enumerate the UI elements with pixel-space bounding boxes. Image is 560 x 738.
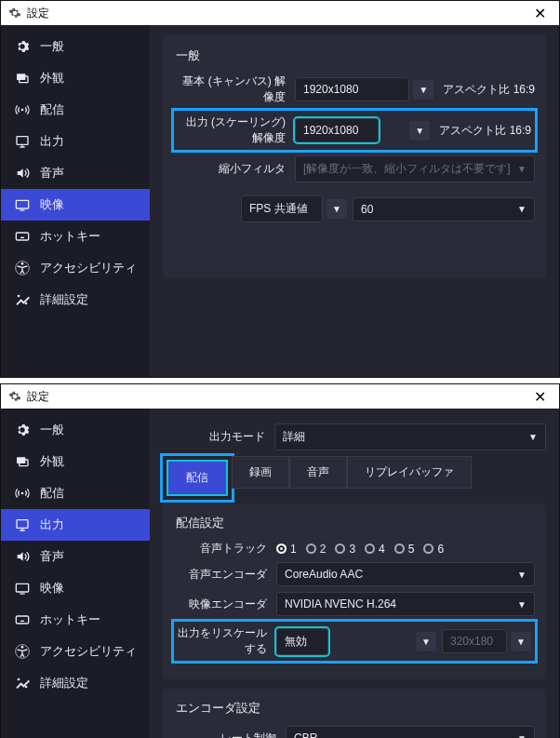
chevron-down-icon[interactable]: ▼ xyxy=(409,121,430,141)
output-mode-row: 出力モード 詳細▼ xyxy=(163,423,546,450)
audio-icon xyxy=(14,165,31,181)
sidebar: 一般外観配信出力音声映像ホットキーアクセシビリティ詳細設定 xyxy=(1,25,150,377)
stream-settings-title: 配信設定 xyxy=(176,515,535,531)
track-radio-1[interactable]: 1 xyxy=(276,543,297,556)
sidebar-item-general[interactable]: 一般 xyxy=(1,414,150,446)
audio-encoder-select[interactable]: CoreAudio AAC▼ xyxy=(276,562,535,586)
rescale-label: 出力をリスケールする xyxy=(178,625,276,657)
gear-icon xyxy=(8,7,21,20)
accessibility-icon xyxy=(14,260,31,276)
sidebar-item-label: 映像 xyxy=(40,580,64,597)
close-button[interactable]: ✕ xyxy=(528,388,552,406)
sidebar-item-advanced[interactable]: 詳細設定 xyxy=(1,667,150,699)
sidebar-item-label: 外観 xyxy=(40,70,64,87)
sidebar-item-label: 配信 xyxy=(40,101,64,118)
tab-record[interactable]: 録画 xyxy=(232,456,289,489)
video-encoder-label: 映像エンコーダ xyxy=(174,597,276,612)
settings-window-video: 設定 ✕ 一般外観配信出力音声映像ホットキーアクセシビリティ詳細設定 一般 基本… xyxy=(0,0,560,378)
svg-rect-14 xyxy=(16,584,28,592)
svg-rect-0 xyxy=(17,74,25,80)
base-resolution-row: 基本 (キャンバス) 解像度 1920x1080 ▼ アスペクト比 16:9 xyxy=(174,74,535,105)
sidebar-item-appearance[interactable]: 外観 xyxy=(1,446,150,477)
stream-icon xyxy=(14,485,31,502)
fps-value-select[interactable]: 60▼ xyxy=(353,197,535,221)
sidebar-item-label: 出力 xyxy=(40,133,64,150)
sidebar-item-output[interactable]: 出力 xyxy=(1,126,150,157)
audio-icon xyxy=(14,548,31,565)
track-radio-2[interactable]: 2 xyxy=(306,543,327,556)
sidebar-item-label: 詳細設定 xyxy=(40,675,88,691)
chevron-down-icon[interactable]: ▼ xyxy=(413,80,433,100)
track-radio-3[interactable]: 3 xyxy=(335,543,355,556)
close-button[interactable]: ✕ xyxy=(528,5,552,22)
svg-point-9 xyxy=(25,302,28,305)
rescale-dim-select[interactable]: 320x180 xyxy=(442,629,507,653)
chevron-down-icon[interactable]: ▼ xyxy=(511,632,531,651)
downscale-filter-select[interactable]: [解像度が一致、縮小フィルタは不要です]▼ xyxy=(295,155,535,182)
sidebar-item-label: アクセシビリティ xyxy=(40,643,137,660)
sidebar-item-label: 音声 xyxy=(40,165,64,181)
sidebar-item-appearance[interactable]: 外観 xyxy=(1,62,150,94)
base-resolution-label: 基本 (キャンバス) 解像度 xyxy=(174,74,295,105)
sidebar-item-label: ホットキー xyxy=(40,228,100,245)
titlebar: 設定 ✕ xyxy=(1,1,559,25)
sidebar-item-hotkeys[interactable]: ホットキー xyxy=(1,221,150,252)
video-encoder-select[interactable]: NVIDIA NVENC H.264▼ xyxy=(276,592,535,616)
hotkeys-icon xyxy=(14,228,31,245)
rate-control-label: レート制御 xyxy=(174,731,286,739)
sidebar-item-hotkeys[interactable]: ホットキー xyxy=(1,604,150,636)
sidebar-item-label: 映像 xyxy=(40,196,64,213)
sidebar-item-video[interactable]: 映像 xyxy=(1,189,150,221)
content-area: 出力モード 詳細▼ 配信 録画 音声 リプレイバッファ 配信設定 音声トラック … xyxy=(150,409,559,738)
sidebar-item-video[interactable]: 映像 xyxy=(1,572,150,604)
svg-point-6 xyxy=(21,262,24,265)
output-icon xyxy=(14,133,31,150)
section-title: 一般 xyxy=(176,47,535,64)
audio-encoder-label: 音声エンコーダ xyxy=(174,567,276,583)
base-aspect: アスペクト比 16:9 xyxy=(443,82,535,98)
sidebar-item-label: 外観 xyxy=(40,453,64,470)
tab-stream[interactable]: 配信 xyxy=(168,462,226,494)
tabs-highlight: 配信 xyxy=(163,456,232,500)
svg-point-18 xyxy=(18,678,20,681)
base-resolution-select[interactable]: 1920x1080 xyxy=(295,77,409,101)
accessibility-icon xyxy=(14,643,31,660)
sidebar-item-label: 一般 xyxy=(40,422,64,438)
sidebar-item-output[interactable]: 出力 xyxy=(1,509,150,541)
video-icon xyxy=(14,580,31,597)
rate-control-select[interactable]: CBR▼ xyxy=(286,726,535,738)
track-radio-4[interactable]: 4 xyxy=(365,543,385,556)
scaled-resolution-select[interactable]: 1920x1080 xyxy=(295,118,379,142)
fps-type-select[interactable]: FPS 共通値 xyxy=(241,195,323,222)
content-area: 一般 基本 (キャンバス) 解像度 1920x1080 ▼ アスペクト比 16:… xyxy=(150,25,559,377)
sidebar-item-label: ホットキー xyxy=(40,611,100,628)
hotkeys-icon xyxy=(14,611,31,628)
output-icon xyxy=(14,517,31,533)
gear-icon xyxy=(8,390,21,403)
sidebar-item-audio[interactable]: 音声 xyxy=(1,157,150,189)
svg-rect-5 xyxy=(16,233,28,240)
sidebar-item-accessibility[interactable]: アクセシビリティ xyxy=(1,636,150,667)
sidebar-item-audio[interactable]: 音声 xyxy=(1,541,150,572)
sidebar-item-general[interactable]: 一般 xyxy=(1,31,150,62)
scaled-resolution-label: 出力 (スケーリング) 解像度 xyxy=(178,114,295,146)
track-radio-5[interactable]: 5 xyxy=(394,543,415,556)
output-mode-select[interactable]: 詳細▼ xyxy=(274,423,546,450)
sidebar-item-advanced[interactable]: 詳細設定 xyxy=(1,284,150,315)
chevron-down-icon[interactable]: ▼ xyxy=(416,632,436,651)
chevron-down-icon[interactable]: ▼ xyxy=(327,199,347,219)
sidebar-item-accessibility[interactable]: アクセシビリティ xyxy=(1,252,150,284)
rescale-select[interactable]: 無効 xyxy=(276,628,328,655)
sidebar-item-stream[interactable]: 配信 xyxy=(1,94,150,126)
downscale-filter-row: 縮小フィルタ [解像度が一致、縮小フィルタは不要です]▼ xyxy=(174,155,535,182)
scaled-resolution-row: 出力 (スケーリング) 解像度 1920x1080 ▼ アスペクト比 16:9 xyxy=(174,111,535,150)
general-icon xyxy=(14,38,31,55)
tab-replay[interactable]: リプレイバッファ xyxy=(347,456,472,489)
sidebar-item-label: アクセシビリティ xyxy=(40,260,137,276)
fps-row: FPS 共通値 ▼ 60▼ xyxy=(174,195,535,222)
sidebar-item-stream[interactable]: 配信 xyxy=(1,477,150,509)
track-radio-6[interactable]: 6 xyxy=(423,543,444,556)
svg-rect-15 xyxy=(16,616,28,624)
window-title: 設定 xyxy=(27,6,528,21)
tab-audio[interactable]: 音声 xyxy=(289,456,347,489)
